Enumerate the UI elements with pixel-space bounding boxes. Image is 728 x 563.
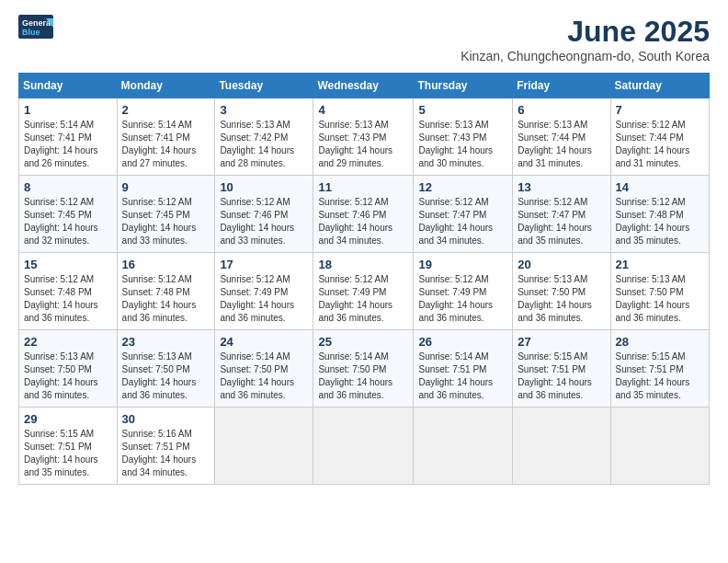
day-number: 7 xyxy=(616,103,704,117)
day-info: Sunrise: 5:13 AM Sunset: 7:43 PM Dayligh… xyxy=(318,119,408,170)
calendar-cell: 24 Sunrise: 5:14 AM Sunset: 7:50 PM Dayl… xyxy=(215,330,313,408)
day-info: Sunrise: 5:12 AM Sunset: 7:46 PM Dayligh… xyxy=(220,196,308,247)
day-info: Sunrise: 5:12 AM Sunset: 7:44 PM Dayligh… xyxy=(616,119,704,170)
calendar-header-tuesday: Tuesday xyxy=(215,74,313,98)
day-info: Sunrise: 5:12 AM Sunset: 7:49 PM Dayligh… xyxy=(220,273,308,325)
day-number: 14 xyxy=(616,180,704,194)
day-number: 12 xyxy=(418,180,507,194)
day-number: 15 xyxy=(24,258,112,271)
day-number: 8 xyxy=(24,180,112,194)
calendar-cell: 29 Sunrise: 5:15 AM Sunset: 7:51 PM Dayl… xyxy=(19,408,118,485)
calendar-cell xyxy=(610,408,709,485)
day-number: 22 xyxy=(24,335,112,349)
subtitle: Kinzan, Chungcheongnam-do, South Korea xyxy=(461,49,710,63)
day-number: 4 xyxy=(318,103,408,117)
calendar-cell: 15 Sunrise: 5:12 AM Sunset: 7:48 PM Dayl… xyxy=(19,253,118,330)
day-info: Sunrise: 5:13 AM Sunset: 7:44 PM Dayligh… xyxy=(518,119,605,170)
day-info: Sunrise: 5:16 AM Sunset: 7:51 PM Dayligh… xyxy=(122,428,210,479)
day-number: 11 xyxy=(318,180,408,194)
calendar-header-saturday: Saturday xyxy=(610,74,709,98)
day-number: 9 xyxy=(122,180,210,194)
calendar-cell: 30 Sunrise: 5:16 AM Sunset: 7:51 PM Dayl… xyxy=(117,408,215,485)
day-number: 25 xyxy=(318,335,408,349)
calendar-cell: 2 Sunrise: 5:14 AM Sunset: 7:41 PM Dayli… xyxy=(117,98,215,176)
calendar-header-monday: Monday xyxy=(117,74,215,98)
day-number: 13 xyxy=(518,180,605,194)
calendar-cell: 16 Sunrise: 5:12 AM Sunset: 7:48 PM Dayl… xyxy=(117,253,215,330)
day-number: 16 xyxy=(122,258,210,271)
day-info: Sunrise: 5:12 AM Sunset: 7:47 PM Dayligh… xyxy=(518,196,605,247)
calendar-week-4: 22 Sunrise: 5:13 AM Sunset: 7:50 PM Dayl… xyxy=(19,330,710,408)
calendar-header-sunday: Sunday xyxy=(19,74,118,98)
calendar-week-2: 8 Sunrise: 5:12 AM Sunset: 7:45 PM Dayli… xyxy=(19,176,710,253)
day-info: Sunrise: 5:15 AM Sunset: 7:51 PM Dayligh… xyxy=(24,428,112,479)
calendar-cell: 10 Sunrise: 5:12 AM Sunset: 7:46 PM Dayl… xyxy=(215,176,313,253)
day-info: Sunrise: 5:12 AM Sunset: 7:48 PM Dayligh… xyxy=(24,273,112,325)
day-number: 1 xyxy=(24,103,112,117)
day-info: Sunrise: 5:12 AM Sunset: 7:47 PM Dayligh… xyxy=(418,196,507,247)
calendar-cell: 22 Sunrise: 5:13 AM Sunset: 7:50 PM Dayl… xyxy=(19,330,118,408)
day-number: 5 xyxy=(418,103,507,117)
calendar-header-wednesday: Wednesday xyxy=(313,74,414,98)
day-info: Sunrise: 5:12 AM Sunset: 7:48 PM Dayligh… xyxy=(122,273,210,325)
calendar-cell: 23 Sunrise: 5:13 AM Sunset: 7:50 PM Dayl… xyxy=(117,330,215,408)
day-info: Sunrise: 5:13 AM Sunset: 7:50 PM Dayligh… xyxy=(616,273,704,325)
day-info: Sunrise: 5:13 AM Sunset: 7:42 PM Dayligh… xyxy=(220,119,308,170)
day-info: Sunrise: 5:15 AM Sunset: 7:51 PM Dayligh… xyxy=(518,350,605,402)
calendar-cell xyxy=(513,408,610,485)
day-info: Sunrise: 5:12 AM Sunset: 7:49 PM Dayligh… xyxy=(418,273,507,325)
calendar-cell: 11 Sunrise: 5:12 AM Sunset: 7:46 PM Dayl… xyxy=(313,176,414,253)
day-info: Sunrise: 5:14 AM Sunset: 7:50 PM Dayligh… xyxy=(318,350,408,402)
header: General Blue June 2025 Kinzan, Chungcheo… xyxy=(18,15,710,63)
day-number: 29 xyxy=(24,412,112,426)
day-number: 30 xyxy=(122,412,210,426)
calendar-week-3: 15 Sunrise: 5:12 AM Sunset: 7:48 PM Dayl… xyxy=(19,253,710,330)
day-info: Sunrise: 5:12 AM Sunset: 7:48 PM Dayligh… xyxy=(616,196,704,247)
day-number: 21 xyxy=(616,258,704,271)
day-number: 3 xyxy=(220,103,308,117)
calendar-cell: 26 Sunrise: 5:14 AM Sunset: 7:51 PM Dayl… xyxy=(414,330,513,408)
calendar-week-5: 29 Sunrise: 5:15 AM Sunset: 7:51 PM Dayl… xyxy=(19,408,710,485)
day-info: Sunrise: 5:14 AM Sunset: 7:50 PM Dayligh… xyxy=(220,350,308,402)
calendar-cell: 8 Sunrise: 5:12 AM Sunset: 7:45 PM Dayli… xyxy=(19,176,118,253)
day-number: 2 xyxy=(122,103,210,117)
day-info: Sunrise: 5:12 AM Sunset: 7:49 PM Dayligh… xyxy=(318,273,408,325)
calendar-cell: 9 Sunrise: 5:12 AM Sunset: 7:45 PM Dayli… xyxy=(117,176,215,253)
calendar-cell: 19 Sunrise: 5:12 AM Sunset: 7:49 PM Dayl… xyxy=(414,253,513,330)
day-info: Sunrise: 5:14 AM Sunset: 7:41 PM Dayligh… xyxy=(122,119,210,170)
calendar-cell: 7 Sunrise: 5:12 AM Sunset: 7:44 PM Dayli… xyxy=(610,98,709,176)
calendar-cell: 5 Sunrise: 5:13 AM Sunset: 7:43 PM Dayli… xyxy=(414,98,513,176)
day-info: Sunrise: 5:13 AM Sunset: 7:43 PM Dayligh… xyxy=(418,119,507,170)
day-number: 10 xyxy=(220,180,308,194)
day-info: Sunrise: 5:14 AM Sunset: 7:41 PM Dayligh… xyxy=(24,119,112,170)
day-number: 20 xyxy=(518,258,605,271)
day-info: Sunrise: 5:14 AM Sunset: 7:51 PM Dayligh… xyxy=(418,350,507,402)
logo-icon: General Blue xyxy=(18,15,53,39)
calendar-cell: 20 Sunrise: 5:13 AM Sunset: 7:50 PM Dayl… xyxy=(513,253,610,330)
month-title: June 2025 xyxy=(461,15,710,49)
day-number: 23 xyxy=(122,335,210,349)
calendar-header-friday: Friday xyxy=(513,74,610,98)
calendar-cell: 4 Sunrise: 5:13 AM Sunset: 7:43 PM Dayli… xyxy=(313,98,414,176)
calendar-header-row: SundayMondayTuesdayWednesdayThursdayFrid… xyxy=(19,74,710,98)
day-number: 28 xyxy=(616,335,704,349)
day-info: Sunrise: 5:12 AM Sunset: 7:45 PM Dayligh… xyxy=(122,196,210,247)
calendar-cell: 14 Sunrise: 5:12 AM Sunset: 7:48 PM Dayl… xyxy=(610,176,709,253)
day-number: 27 xyxy=(518,335,605,349)
calendar-cell: 18 Sunrise: 5:12 AM Sunset: 7:49 PM Dayl… xyxy=(313,253,414,330)
calendar-cell: 3 Sunrise: 5:13 AM Sunset: 7:42 PM Dayli… xyxy=(215,98,313,176)
day-number: 26 xyxy=(418,335,507,349)
calendar-cell: 6 Sunrise: 5:13 AM Sunset: 7:44 PM Dayli… xyxy=(513,98,610,176)
calendar-cell: 21 Sunrise: 5:13 AM Sunset: 7:50 PM Dayl… xyxy=(610,253,709,330)
logo: General Blue xyxy=(18,15,53,39)
calendar-cell xyxy=(313,408,414,485)
day-info: Sunrise: 5:13 AM Sunset: 7:50 PM Dayligh… xyxy=(24,350,112,402)
title-block: June 2025 Kinzan, Chungcheongnam-do, Sou… xyxy=(461,15,710,63)
day-number: 17 xyxy=(220,258,308,271)
calendar-cell: 12 Sunrise: 5:12 AM Sunset: 7:47 PM Dayl… xyxy=(414,176,513,253)
svg-text:Blue: Blue xyxy=(22,28,40,37)
day-info: Sunrise: 5:12 AM Sunset: 7:45 PM Dayligh… xyxy=(24,196,112,247)
calendar-cell xyxy=(215,408,313,485)
day-info: Sunrise: 5:13 AM Sunset: 7:50 PM Dayligh… xyxy=(518,273,605,325)
calendar-cell: 27 Sunrise: 5:15 AM Sunset: 7:51 PM Dayl… xyxy=(513,330,610,408)
